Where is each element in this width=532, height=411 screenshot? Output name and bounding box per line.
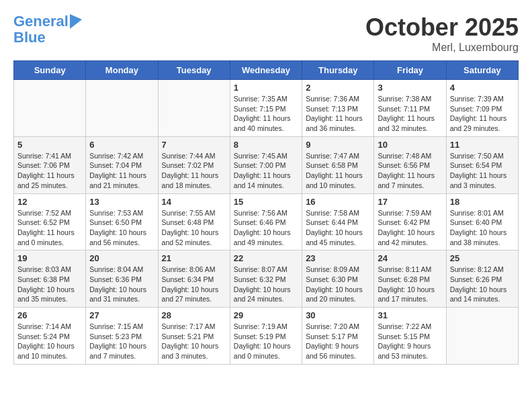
day-info: Sunrise: 7:55 AMSunset: 6:48 PMDaylight:… — [162, 208, 226, 248]
calendar-cell: 20Sunrise: 8:04 AMSunset: 6:36 PMDayligh… — [86, 250, 158, 308]
day-info: Sunrise: 7:35 AMSunset: 7:15 PMDaylight:… — [234, 94, 298, 134]
day-info: Sunrise: 7:44 AMSunset: 7:02 PMDaylight:… — [162, 151, 226, 191]
calendar-cell: 17Sunrise: 7:59 AMSunset: 6:42 PMDayligh… — [374, 193, 446, 250]
day-number: 2 — [306, 83, 370, 93]
day-number: 6 — [89, 140, 154, 150]
day-info: Sunrise: 7:22 AMSunset: 5:15 PMDaylight:… — [378, 322, 442, 361]
day-number: 27 — [89, 310, 154, 320]
logo: General Blue — [13, 13, 82, 46]
calendar-cell: 7Sunrise: 7:44 AMSunset: 7:02 PMDaylight… — [158, 136, 230, 193]
calendar-cell: 4Sunrise: 7:39 AMSunset: 7:09 PMDaylight… — [446, 80, 518, 137]
day-number: 5 — [17, 140, 82, 150]
day-number: 16 — [306, 197, 370, 207]
calendar-cell: 9Sunrise: 7:47 AMSunset: 6:58 PMDaylight… — [302, 136, 374, 193]
day-number: 13 — [89, 197, 154, 207]
calendar-cell: 25Sunrise: 8:12 AMSunset: 6:26 PMDayligh… — [446, 250, 518, 308]
weekday-header-friday: Friday — [374, 61, 446, 80]
day-number: 9 — [306, 140, 370, 150]
day-info: Sunrise: 7:56 AMSunset: 6:46 PMDaylight:… — [234, 208, 298, 248]
calendar-week-1: 1Sunrise: 7:35 AMSunset: 7:15 PMDaylight… — [14, 80, 519, 137]
weekday-header-monday: Monday — [86, 61, 158, 80]
day-info: Sunrise: 7:50 AMSunset: 6:54 PMDaylight:… — [450, 151, 515, 191]
calendar-cell: 23Sunrise: 8:09 AMSunset: 6:30 PMDayligh… — [302, 250, 374, 308]
day-number: 20 — [89, 253, 154, 263]
calendar-cell: 11Sunrise: 7:50 AMSunset: 6:54 PMDayligh… — [446, 136, 518, 193]
day-info: Sunrise: 7:20 AMSunset: 5:17 PMDaylight:… — [306, 322, 370, 361]
day-info: Sunrise: 8:07 AMSunset: 6:32 PMDaylight:… — [234, 265, 298, 304]
day-info: Sunrise: 8:06 AMSunset: 6:34 PMDaylight:… — [162, 265, 226, 304]
day-number: 14 — [162, 197, 226, 207]
calendar-cell: 13Sunrise: 7:53 AMSunset: 6:50 PMDayligh… — [86, 193, 158, 250]
day-number: 7 — [162, 140, 226, 150]
day-number: 21 — [162, 253, 226, 263]
day-info: Sunrise: 8:11 AMSunset: 6:28 PMDaylight:… — [378, 265, 442, 304]
day-number: 10 — [378, 140, 442, 150]
day-number: 11 — [450, 140, 515, 150]
calendar-cell — [446, 308, 518, 365]
calendar-cell: 8Sunrise: 7:45 AMSunset: 7:00 PMDaylight… — [230, 136, 302, 193]
logo-line2: Blue — [13, 30, 82, 46]
day-number: 8 — [234, 140, 298, 150]
calendar-cell: 10Sunrise: 7:48 AMSunset: 6:56 PMDayligh… — [374, 136, 446, 193]
day-info: Sunrise: 8:09 AMSunset: 6:30 PMDaylight:… — [306, 265, 370, 304]
logo-text: General — [13, 13, 69, 30]
day-info: Sunrise: 8:04 AMSunset: 6:36 PMDaylight:… — [89, 265, 154, 304]
day-number: 15 — [234, 197, 298, 207]
calendar-cell: 24Sunrise: 8:11 AMSunset: 6:28 PMDayligh… — [374, 250, 446, 308]
calendar-cell: 22Sunrise: 8:07 AMSunset: 6:32 PMDayligh… — [230, 250, 302, 308]
day-info: Sunrise: 7:36 AMSunset: 7:13 PMDaylight:… — [306, 94, 370, 134]
day-info: Sunrise: 7:47 AMSunset: 6:58 PMDaylight:… — [306, 151, 370, 191]
day-number: 12 — [17, 197, 82, 207]
calendar-cell: 27Sunrise: 7:15 AMSunset: 5:23 PMDayligh… — [86, 308, 158, 365]
day-number: 18 — [450, 197, 515, 207]
day-info: Sunrise: 7:17 AMSunset: 5:21 PMDaylight:… — [162, 322, 226, 361]
weekday-header-wednesday: Wednesday — [230, 61, 302, 80]
day-number: 19 — [17, 253, 82, 263]
weekday-row: SundayMondayTuesdayWednesdayThursdayFrid… — [14, 61, 519, 80]
location: Merl, Luxembourg — [365, 42, 519, 54]
logo-icon — [70, 14, 82, 29]
day-info: Sunrise: 7:58 AMSunset: 6:44 PMDaylight:… — [306, 208, 370, 248]
calendar-cell: 31Sunrise: 7:22 AMSunset: 5:15 PMDayligh… — [374, 308, 446, 365]
calendar-cell: 19Sunrise: 8:03 AMSunset: 6:38 PMDayligh… — [14, 250, 86, 308]
day-info: Sunrise: 8:03 AMSunset: 6:38 PMDaylight:… — [17, 265, 82, 304]
day-number: 28 — [162, 310, 226, 320]
weekday-header-saturday: Saturday — [446, 61, 518, 80]
calendar-cell: 15Sunrise: 7:56 AMSunset: 6:46 PMDayligh… — [230, 193, 302, 250]
day-info: Sunrise: 7:52 AMSunset: 6:52 PMDaylight:… — [17, 208, 82, 248]
day-info: Sunrise: 7:38 AMSunset: 7:11 PMDaylight:… — [378, 94, 442, 134]
calendar-cell: 16Sunrise: 7:58 AMSunset: 6:44 PMDayligh… — [302, 193, 374, 250]
day-info: Sunrise: 7:39 AMSunset: 7:09 PMDaylight:… — [450, 94, 515, 134]
calendar-body: 1Sunrise: 7:35 AMSunset: 7:15 PMDaylight… — [14, 80, 519, 365]
day-number: 24 — [378, 253, 442, 263]
weekday-header-thursday: Thursday — [302, 61, 374, 80]
month-title: October 2025 — [365, 13, 519, 42]
day-number: 30 — [306, 310, 370, 320]
day-info: Sunrise: 7:48 AMSunset: 6:56 PMDaylight:… — [378, 151, 442, 191]
day-number: 1 — [234, 83, 298, 93]
calendar-cell: 12Sunrise: 7:52 AMSunset: 6:52 PMDayligh… — [14, 193, 86, 250]
day-number: 25 — [450, 253, 515, 263]
day-number: 3 — [378, 83, 442, 93]
calendar-cell: 18Sunrise: 8:01 AMSunset: 6:40 PMDayligh… — [446, 193, 518, 250]
calendar-cell: 14Sunrise: 7:55 AMSunset: 6:48 PMDayligh… — [158, 193, 230, 250]
day-info: Sunrise: 7:41 AMSunset: 7:06 PMDaylight:… — [17, 151, 82, 191]
calendar-cell — [158, 80, 230, 137]
svg-marker-0 — [70, 14, 82, 29]
calendar-cell — [14, 80, 86, 137]
day-number: 23 — [306, 253, 370, 263]
day-info: Sunrise: 8:12 AMSunset: 6:26 PMDaylight:… — [450, 265, 515, 304]
calendar-cell: 28Sunrise: 7:17 AMSunset: 5:21 PMDayligh… — [158, 308, 230, 365]
calendar-cell: 30Sunrise: 7:20 AMSunset: 5:17 PMDayligh… — [302, 308, 374, 365]
day-info: Sunrise: 7:53 AMSunset: 6:50 PMDaylight:… — [89, 208, 154, 248]
weekday-header-tuesday: Tuesday — [158, 61, 230, 80]
day-info: Sunrise: 8:01 AMSunset: 6:40 PMDaylight:… — [450, 208, 515, 248]
day-info: Sunrise: 7:45 AMSunset: 7:00 PMDaylight:… — [234, 151, 298, 191]
day-number: 26 — [17, 310, 82, 320]
title-block: October 2025 Merl, Luxembourg — [365, 13, 519, 54]
day-number: 17 — [378, 197, 442, 207]
calendar-header: SundayMondayTuesdayWednesdayThursdayFrid… — [14, 61, 519, 80]
calendar-week-2: 5Sunrise: 7:41 AMSunset: 7:06 PMDaylight… — [14, 136, 519, 193]
day-info: Sunrise: 7:19 AMSunset: 5:19 PMDaylight:… — [234, 322, 298, 361]
calendar-cell: 3Sunrise: 7:38 AMSunset: 7:11 PMDaylight… — [374, 80, 446, 137]
